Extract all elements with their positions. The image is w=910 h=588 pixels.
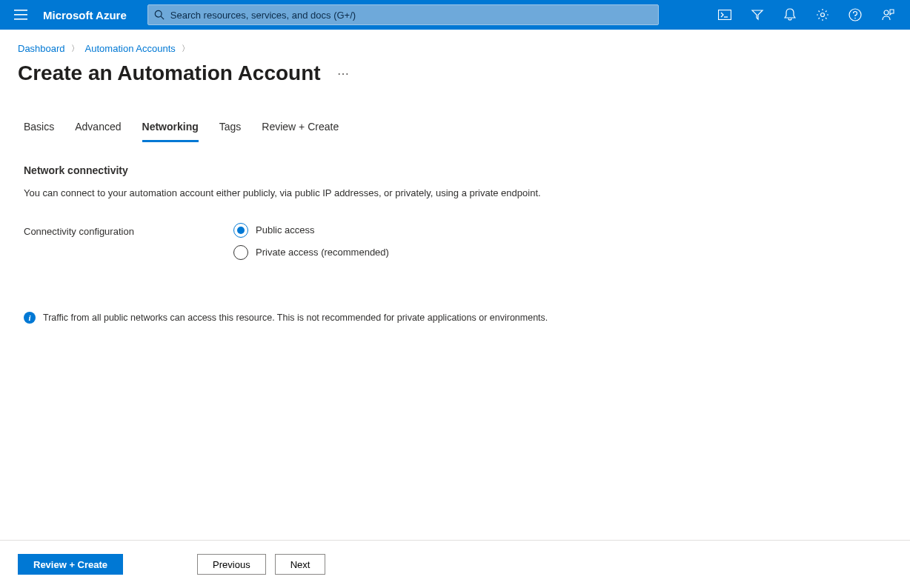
search-input[interactable] [170, 10, 652, 21]
radio-public-label: Public access [256, 224, 314, 235]
hamburger-icon [14, 10, 27, 20]
svg-rect-1 [14, 14, 27, 16]
previous-button[interactable]: Previous [197, 554, 266, 575]
network-section: Network connectivity You can connect to … [18, 164, 625, 260]
info-icon: i [24, 312, 36, 324]
svg-marker-7 [752, 10, 763, 19]
search-icon [154, 10, 165, 20]
person-feedback-icon [881, 8, 894, 21]
svg-rect-5 [719, 10, 731, 20]
notifications-button[interactable] [774, 0, 806, 30]
radio-icon [233, 223, 248, 238]
bell-icon [784, 8, 796, 21]
connectivity-label: Connectivity configuration [24, 223, 233, 260]
radio-icon [233, 245, 248, 260]
tab-advanced[interactable]: Advanced [75, 121, 121, 142]
svg-point-3 [155, 10, 162, 17]
svg-rect-2 [14, 19, 27, 20]
section-description: You can connect to your automation accou… [24, 187, 625, 201]
hamburger-menu-button[interactable] [6, 0, 36, 30]
cloud-shell-icon [718, 10, 731, 20]
section-title: Network connectivity [24, 164, 625, 176]
tab-networking[interactable]: Networking [142, 121, 199, 142]
radio-private-label: Private access (recommended) [256, 247, 389, 258]
page-title-row: Create an Automation Account ⋯ [18, 61, 892, 85]
breadcrumb-automation-accounts[interactable]: Automation Accounts [85, 43, 176, 54]
content-area: Dashboard 〉 Automation Accounts 〉 Create… [0, 30, 910, 540]
svg-rect-0 [14, 10, 27, 11]
settings-button[interactable] [806, 0, 839, 30]
svg-line-4 [161, 16, 164, 19]
connectivity-row: Connectivity configuration Public access… [24, 223, 625, 260]
page-title: Create an Automation Account [18, 61, 321, 85]
tabs: Basics Advanced Networking Tags Review +… [18, 121, 892, 142]
wizard-footer: Review + Create Previous Next [0, 540, 910, 588]
tab-review-create[interactable]: Review + Create [262, 121, 339, 142]
more-actions-button[interactable]: ⋯ [334, 64, 353, 84]
radio-private-access[interactable]: Private access (recommended) [233, 245, 389, 260]
top-bar: Microsoft Azure [0, 0, 910, 30]
breadcrumb-dashboard[interactable]: Dashboard [18, 43, 65, 54]
help-icon [848, 8, 862, 21]
feedback-button[interactable] [871, 0, 904, 30]
help-button[interactable] [839, 0, 871, 30]
top-icons-group [708, 0, 904, 30]
global-search[interactable] [147, 4, 659, 25]
chevron-right-icon: 〉 [182, 43, 190, 54]
filter-icon [751, 8, 764, 21]
review-create-button[interactable]: Review + Create [18, 554, 123, 575]
info-banner: i Traffic from all public networks can a… [18, 312, 892, 324]
brand-label[interactable]: Microsoft Azure [36, 9, 142, 21]
directory-filter-button[interactable] [741, 0, 774, 30]
svg-point-11 [884, 10, 889, 15]
next-button[interactable]: Next [275, 554, 326, 575]
gear-icon [816, 8, 829, 21]
svg-point-8 [821, 13, 825, 17]
info-banner-text: Traffic from all public networks can acc… [43, 313, 548, 323]
cloud-shell-button[interactable] [708, 0, 741, 30]
tab-basics[interactable]: Basics [24, 121, 54, 142]
radio-public-access[interactable]: Public access [233, 223, 389, 238]
tab-tags[interactable]: Tags [219, 121, 242, 142]
chevron-right-icon: 〉 [71, 43, 79, 54]
svg-point-10 [854, 18, 856, 19]
breadcrumb: Dashboard 〉 Automation Accounts 〉 [18, 43, 892, 54]
connectivity-radio-group: Public access Private access (recommende… [233, 223, 389, 260]
